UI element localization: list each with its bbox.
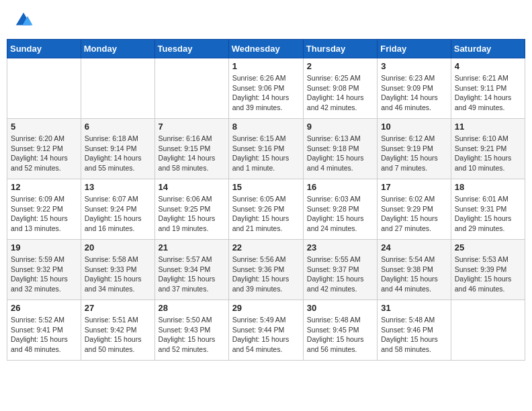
calendar-cell: 12Sunrise: 6:09 AM Sunset: 9:22 PM Dayli… xyxy=(7,179,81,240)
day-info: Sunrise: 6:05 AM Sunset: 9:26 PM Dayligh… xyxy=(232,194,300,234)
calendar-cell: 5Sunrise: 6:20 AM Sunset: 9:12 PM Daylig… xyxy=(7,119,81,179)
day-info: Sunrise: 6:23 AM Sunset: 9:09 PM Dayligh… xyxy=(381,73,447,113)
day-info: Sunrise: 5:57 AM Sunset: 9:34 PM Dayligh… xyxy=(159,255,225,294)
calendar-cell: 24Sunrise: 5:54 AM Sunset: 9:38 PM Dayli… xyxy=(378,240,451,300)
calendar-cell: 29Sunrise: 5:49 AM Sunset: 9:44 PM Dayli… xyxy=(228,300,303,361)
day-info: Sunrise: 5:59 AM Sunset: 9:32 PM Dayligh… xyxy=(11,255,77,294)
calendar-cell: 13Sunrise: 6:07 AM Sunset: 9:24 PM Dayli… xyxy=(81,179,154,240)
day-info: Sunrise: 5:48 AM Sunset: 9:45 PM Dayligh… xyxy=(307,315,373,355)
day-number: 3 xyxy=(381,61,447,71)
day-info: Sunrise: 6:26 AM Sunset: 9:06 PM Dayligh… xyxy=(232,73,300,113)
day-info: Sunrise: 5:56 AM Sunset: 9:36 PM Dayligh… xyxy=(232,255,300,294)
calendar-cell xyxy=(451,300,525,361)
day-info: Sunrise: 6:01 AM Sunset: 9:31 PM Dayligh… xyxy=(455,194,521,234)
day-header-tuesday: Tuesday xyxy=(154,40,228,58)
day-number: 12 xyxy=(11,182,77,192)
day-number: 26 xyxy=(11,303,77,313)
day-number: 6 xyxy=(85,122,151,132)
calendar-cell: 19Sunrise: 5:59 AM Sunset: 9:32 PM Dayli… xyxy=(7,240,81,300)
day-number: 9 xyxy=(307,122,373,132)
day-info: Sunrise: 5:52 AM Sunset: 9:41 PM Dayligh… xyxy=(11,315,77,355)
calendar-cell: 22Sunrise: 5:56 AM Sunset: 9:36 PM Dayli… xyxy=(228,240,303,300)
calendar-cell xyxy=(7,58,81,119)
calendar-cell: 7Sunrise: 6:16 AM Sunset: 9:15 PM Daylig… xyxy=(154,119,228,179)
calendar-cell: 28Sunrise: 5:50 AM Sunset: 9:43 PM Dayli… xyxy=(154,300,228,361)
calendar-cell: 9Sunrise: 6:13 AM Sunset: 9:18 PM Daylig… xyxy=(303,119,377,179)
day-info: Sunrise: 6:15 AM Sunset: 9:16 PM Dayligh… xyxy=(232,134,300,173)
day-info: Sunrise: 5:54 AM Sunset: 9:38 PM Dayligh… xyxy=(381,255,447,294)
day-number: 30 xyxy=(307,303,373,313)
day-number: 31 xyxy=(381,303,447,313)
calendar-week-5: 26Sunrise: 5:52 AM Sunset: 9:41 PM Dayli… xyxy=(7,300,525,361)
day-info: Sunrise: 6:16 AM Sunset: 9:15 PM Dayligh… xyxy=(159,134,225,173)
day-number: 16 xyxy=(307,182,373,192)
calendar-week-2: 5Sunrise: 6:20 AM Sunset: 9:12 PM Daylig… xyxy=(7,119,525,179)
calendar-cell: 16Sunrise: 6:03 AM Sunset: 9:28 PM Dayli… xyxy=(303,179,377,240)
calendar-cell: 30Sunrise: 5:48 AM Sunset: 9:45 PM Dayli… xyxy=(303,300,377,361)
day-number: 8 xyxy=(232,122,300,132)
day-number: 2 xyxy=(307,61,373,71)
calendar-cell: 26Sunrise: 5:52 AM Sunset: 9:41 PM Dayli… xyxy=(7,300,81,361)
day-number: 19 xyxy=(11,242,77,253)
day-info: Sunrise: 6:12 AM Sunset: 9:19 PM Dayligh… xyxy=(381,134,447,173)
day-header-monday: Monday xyxy=(81,40,154,58)
day-info: Sunrise: 6:20 AM Sunset: 9:12 PM Dayligh… xyxy=(11,134,77,173)
day-header-saturday: Saturday xyxy=(451,40,525,58)
day-info: Sunrise: 5:55 AM Sunset: 9:37 PM Dayligh… xyxy=(307,255,373,294)
calendar-cell: 25Sunrise: 5:53 AM Sunset: 9:39 PM Dayli… xyxy=(451,240,525,300)
calendar-cell: 2Sunrise: 6:25 AM Sunset: 9:08 PM Daylig… xyxy=(303,58,377,119)
day-number: 7 xyxy=(159,122,225,132)
calendar-cell: 6Sunrise: 6:18 AM Sunset: 9:14 PM Daylig… xyxy=(81,119,154,179)
calendar-cell: 15Sunrise: 6:05 AM Sunset: 9:26 PM Dayli… xyxy=(228,179,303,240)
day-info: Sunrise: 5:49 AM Sunset: 9:44 PM Dayligh… xyxy=(232,315,300,355)
calendar-header-row: SundayMondayTuesdayWednesdayThursdayFrid… xyxy=(7,40,525,58)
day-number: 4 xyxy=(455,61,521,71)
day-info: Sunrise: 6:02 AM Sunset: 9:29 PM Dayligh… xyxy=(381,194,447,234)
calendar-cell: 21Sunrise: 5:57 AM Sunset: 9:34 PM Dayli… xyxy=(154,240,228,300)
day-number: 28 xyxy=(159,303,225,313)
calendar-cell: 10Sunrise: 6:12 AM Sunset: 9:19 PM Dayli… xyxy=(378,119,451,179)
day-info: Sunrise: 6:13 AM Sunset: 9:18 PM Dayligh… xyxy=(307,134,373,173)
calendar-week-3: 12Sunrise: 6:09 AM Sunset: 9:22 PM Dayli… xyxy=(7,179,525,240)
day-info: Sunrise: 5:48 AM Sunset: 9:46 PM Dayligh… xyxy=(381,315,447,355)
calendar-cell: 27Sunrise: 5:51 AM Sunset: 9:42 PM Dayli… xyxy=(81,300,154,361)
calendar-cell: 18Sunrise: 6:01 AM Sunset: 9:31 PM Dayli… xyxy=(451,179,525,240)
day-header-wednesday: Wednesday xyxy=(228,40,303,58)
day-number: 10 xyxy=(381,122,447,132)
calendar: SundayMondayTuesdayWednesdayThursdayFrid… xyxy=(7,39,525,361)
day-info: Sunrise: 5:50 AM Sunset: 9:43 PM Dayligh… xyxy=(159,315,225,355)
day-number: 23 xyxy=(307,242,373,253)
day-number: 29 xyxy=(232,303,300,313)
logo xyxy=(13,10,36,30)
calendar-cell: 31Sunrise: 5:48 AM Sunset: 9:46 PM Dayli… xyxy=(378,300,451,361)
day-number: 15 xyxy=(232,182,300,192)
day-number: 22 xyxy=(232,242,300,253)
day-info: Sunrise: 5:58 AM Sunset: 9:33 PM Dayligh… xyxy=(85,255,151,294)
day-header-thursday: Thursday xyxy=(303,40,377,58)
logo-icon xyxy=(13,10,34,30)
day-header-sunday: Sunday xyxy=(7,40,81,58)
calendar-cell xyxy=(81,58,154,119)
day-info: Sunrise: 5:51 AM Sunset: 9:42 PM Dayligh… xyxy=(85,315,151,355)
day-number: 5 xyxy=(11,122,77,132)
day-number: 20 xyxy=(85,242,151,253)
day-header-friday: Friday xyxy=(378,40,451,58)
day-info: Sunrise: 6:09 AM Sunset: 9:22 PM Dayligh… xyxy=(11,194,77,234)
calendar-cell xyxy=(154,58,228,119)
day-number: 11 xyxy=(455,122,521,132)
day-info: Sunrise: 6:07 AM Sunset: 9:24 PM Dayligh… xyxy=(85,194,151,234)
day-info: Sunrise: 6:21 AM Sunset: 9:11 PM Dayligh… xyxy=(455,73,521,113)
day-number: 1 xyxy=(232,61,300,71)
calendar-cell: 8Sunrise: 6:15 AM Sunset: 9:16 PM Daylig… xyxy=(228,119,303,179)
calendar-cell: 1Sunrise: 6:26 AM Sunset: 9:06 PM Daylig… xyxy=(228,58,303,119)
day-number: 13 xyxy=(85,182,151,192)
day-info: Sunrise: 6:10 AM Sunset: 9:21 PM Dayligh… xyxy=(455,134,521,173)
calendar-cell: 11Sunrise: 6:10 AM Sunset: 9:21 PM Dayli… xyxy=(451,119,525,179)
calendar-cell: 17Sunrise: 6:02 AM Sunset: 9:29 PM Dayli… xyxy=(378,179,451,240)
day-number: 14 xyxy=(159,182,225,192)
day-info: Sunrise: 6:06 AM Sunset: 9:25 PM Dayligh… xyxy=(159,194,225,234)
day-number: 17 xyxy=(381,182,447,192)
calendar-cell: 14Sunrise: 6:06 AM Sunset: 9:25 PM Dayli… xyxy=(154,179,228,240)
calendar-cell: 4Sunrise: 6:21 AM Sunset: 9:11 PM Daylig… xyxy=(451,58,525,119)
day-number: 18 xyxy=(455,182,521,192)
